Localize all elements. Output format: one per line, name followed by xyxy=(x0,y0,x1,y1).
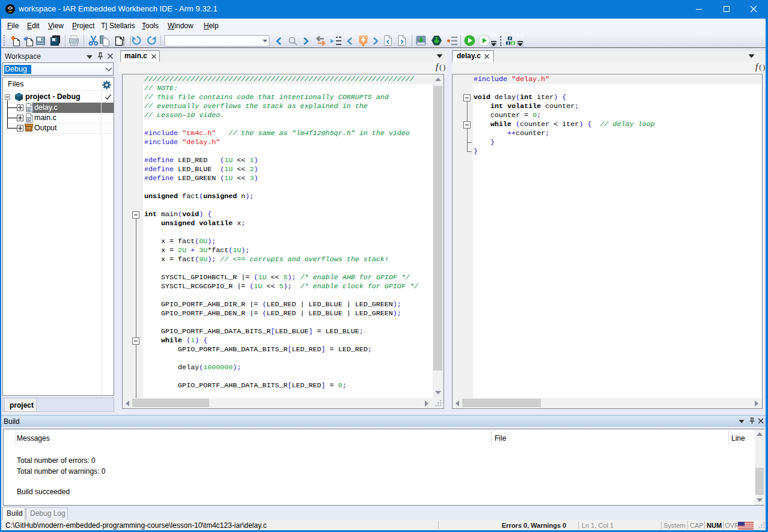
svg-text:c: c xyxy=(28,117,30,121)
svg-text:c: c xyxy=(28,107,30,111)
